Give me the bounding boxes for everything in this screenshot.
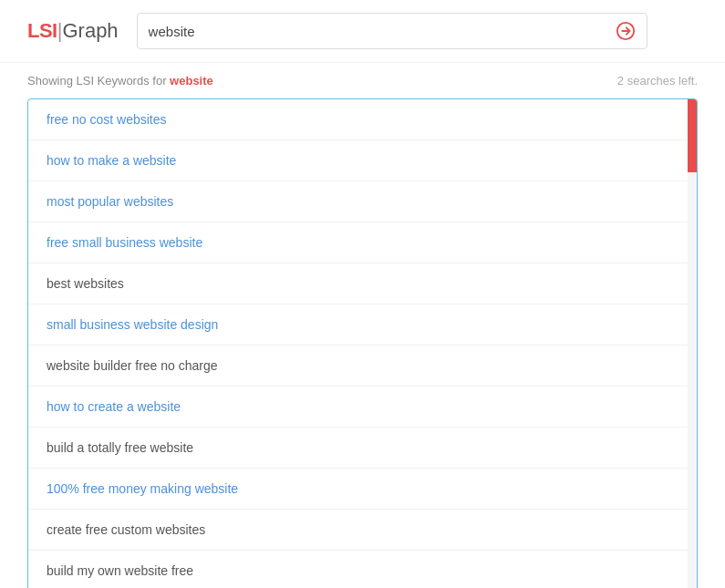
submit-icon [616,21,636,41]
subtitle-text: Showing LSI Keywords for website [27,74,213,88]
list-item[interactable]: build my own website free [28,551,697,588]
search-input[interactable] [149,24,616,39]
subtitle-keyword: website [170,74,213,88]
subtitle-prefix: Showing LSI Keywords for [27,74,166,88]
list-item[interactable]: free small business website [28,222,697,263]
results-container: free no cost websiteshow to make a websi… [27,98,698,588]
scroll-track[interactable] [688,99,697,588]
search-button[interactable] [616,21,636,41]
search-bar [137,13,647,49]
searches-left: 2 searches left. [617,74,698,88]
logo-lsi: LSI [27,19,57,43]
list-item[interactable]: small business website design [28,304,697,346]
list-item[interactable]: best websites [28,263,697,304]
list-item[interactable]: website builder free no charge [28,346,697,387]
header: LSI|Graph [0,0,725,63]
logo-graph: Graph [62,19,118,43]
list-item[interactable]: most popular websites [28,181,697,222]
list-item[interactable]: 100% free money making website [28,469,697,510]
logo: LSI|Graph [27,19,119,43]
list-item[interactable]: how to make a website [28,140,697,181]
keyword-list: free no cost websiteshow to make a websi… [28,99,697,588]
list-item[interactable]: create free custom websites [28,510,697,551]
scroll-thumb[interactable] [688,99,697,172]
subtitle-bar: Showing LSI Keywords for website 2 searc… [0,63,725,98]
list-item[interactable]: build a totally free website [28,428,697,469]
list-item[interactable]: how to create a website [28,387,697,428]
list-item[interactable]: free no cost websites [28,99,697,140]
